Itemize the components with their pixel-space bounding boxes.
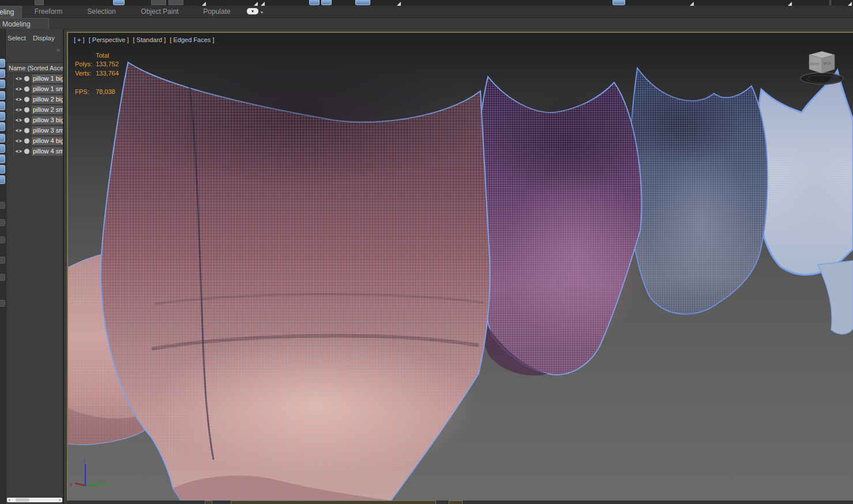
render-dot-icon[interactable] xyxy=(24,107,29,112)
object-name[interactable]: pillow 3 sm xyxy=(32,126,63,135)
eye-icon[interactable] xyxy=(15,86,22,92)
pillow-mesh-4[interactable] xyxy=(754,70,853,334)
side-toolbar-button[interactable] xyxy=(0,257,5,264)
side-toolbar-button[interactable] xyxy=(0,59,5,67)
eye-icon[interactable] xyxy=(15,107,22,112)
side-toolbar-button[interactable] xyxy=(0,175,5,184)
object-name[interactable]: pillow 2 big xyxy=(32,95,63,104)
viewcube-face-label[interactable]: RIGHT xyxy=(810,62,820,66)
viewport-menu-pov[interactable]: [ Perspective ] xyxy=(89,36,129,43)
scene-explorer-list: Name (Sorted Ascending) pillow 1 big pil… xyxy=(6,62,63,496)
ribbon-tab-selection[interactable]: Selection xyxy=(81,6,122,18)
ribbon-tab-populate[interactable]: Populate xyxy=(199,6,235,18)
side-toolbar-button[interactable] xyxy=(0,274,5,281)
toolbar-button-fragment[interactable] xyxy=(355,0,370,5)
perspective-viewport[interactable]: RIGHT BACK x y z [ + ] [ Perspective ] [… xyxy=(67,32,853,501)
eye-icon[interactable] xyxy=(15,149,22,154)
viewport-canvas[interactable]: RIGHT BACK x y z xyxy=(68,33,853,501)
side-toolbar-button[interactable] xyxy=(0,134,5,142)
side-toolbar-button[interactable] xyxy=(0,236,5,243)
side-toolbar-button[interactable] xyxy=(0,219,5,226)
list-item[interactable]: pillow 4 big xyxy=(7,136,63,146)
side-toolbar-button[interactable] xyxy=(0,155,5,163)
viewcube-face-label[interactable]: BACK xyxy=(824,62,832,65)
side-toolbar-button[interactable] xyxy=(0,202,5,209)
object-name[interactable]: pillow 2 sm xyxy=(32,106,63,114)
scroll-left-icon[interactable]: ◂ xyxy=(8,497,10,502)
tree-line xyxy=(7,104,14,115)
flyout-corner-icon xyxy=(788,2,792,6)
main-window: Modeling Freeform Selection Object Paint… xyxy=(0,0,853,504)
trackbar-fragment xyxy=(449,501,463,504)
tree-line xyxy=(7,136,14,146)
eye-icon[interactable] xyxy=(15,97,22,102)
tree-line xyxy=(7,84,14,94)
viewport-menu-general[interactable]: [ + ] xyxy=(74,36,85,43)
side-toolbar-button[interactable] xyxy=(0,300,5,307)
eye-icon[interactable] xyxy=(15,118,22,123)
render-dot-icon[interactable] xyxy=(24,128,29,133)
render-dot-icon[interactable] xyxy=(24,149,29,154)
axis-y-label: y xyxy=(109,482,112,487)
chevron-more-icon[interactable]: » xyxy=(57,46,60,53)
ribbon-tab-freeform[interactable]: Freeform xyxy=(28,6,69,18)
list-item[interactable]: pillow 3 sm xyxy=(7,125,63,136)
list-item[interactable]: pillow 3 big xyxy=(7,115,63,125)
object-name[interactable]: pillow 4 big xyxy=(32,137,63,145)
list-item[interactable]: pillow 2 big xyxy=(7,94,63,104)
eye-icon[interactable] xyxy=(15,128,22,133)
chevron-down-icon[interactable]: ▾ xyxy=(261,10,263,15)
list-item[interactable]: pillow 2 sm xyxy=(7,104,63,115)
side-toolbar-button[interactable] xyxy=(0,165,5,174)
side-toolbar-button[interactable] xyxy=(0,101,5,110)
side-toolbar-button[interactable] xyxy=(0,91,5,100)
side-toolbar-clipped xyxy=(0,29,6,504)
trackbar-fragment xyxy=(205,501,212,504)
object-name[interactable]: pillow 3 big xyxy=(32,116,63,125)
toolbar-button-fragment[interactable] xyxy=(612,0,625,5)
render-dot-icon[interactable] xyxy=(24,76,29,81)
scrollbar-thumb[interactable] xyxy=(16,498,29,502)
flyout-corner-icon xyxy=(254,2,258,6)
pillow-mesh-2[interactable] xyxy=(476,77,652,375)
pillow-mesh-1[interactable] xyxy=(101,53,490,501)
render-dot-icon[interactable] xyxy=(24,138,29,144)
viewcube[interactable]: RIGHT BACK xyxy=(801,51,843,85)
viewport-background: RIGHT BACK x y z [ + ] [ Perspective ] [… xyxy=(68,33,853,501)
side-toolbar-button[interactable] xyxy=(0,80,5,88)
viewport-menu-display[interactable]: [ Edged Faces ] xyxy=(170,36,214,43)
side-toolbar-button[interactable] xyxy=(0,112,5,121)
list-item[interactable]: pillow 4 sm xyxy=(7,146,63,156)
object-name[interactable]: pillow 4 sm xyxy=(32,147,63,156)
list-item[interactable]: pillow 1 big xyxy=(7,73,63,84)
stats-verts-value: 133,764 xyxy=(96,70,119,77)
stats-verts-label: Verts: xyxy=(75,70,91,77)
list-item[interactable]: pillow 1 sm xyxy=(7,84,63,94)
ribbon-options-icon[interactable]: ▾ xyxy=(247,8,258,14)
render-dot-icon[interactable] xyxy=(24,118,29,123)
side-toolbar-button[interactable] xyxy=(0,144,5,153)
toolbar-button-fragment[interactable] xyxy=(309,0,320,5)
eye-icon[interactable] xyxy=(15,76,22,81)
render-dot-icon[interactable] xyxy=(24,86,29,92)
toolbar-button-fragment[interactable] xyxy=(321,0,332,5)
scroll-right-icon[interactable]: ▸ xyxy=(59,497,61,502)
toolbar-button-fragment[interactable] xyxy=(113,0,125,5)
side-toolbar-button[interactable] xyxy=(0,122,5,131)
tab-display[interactable]: Display xyxy=(33,35,55,42)
side-toolbar-button[interactable] xyxy=(0,69,5,78)
horizontal-scrollbar[interactable]: ◂ ▸ xyxy=(7,498,62,502)
flyout-corner-icon xyxy=(397,2,401,6)
tree-line xyxy=(7,125,14,136)
object-name[interactable]: pillow 1 big xyxy=(32,74,63,83)
ribbon-tab-object-paint[interactable]: Object Paint xyxy=(134,6,185,18)
ribbon-tab-modeling[interactable]: Modeling xyxy=(0,6,22,18)
viewport-menu-shading[interactable]: [ Standard ] xyxy=(133,36,166,43)
tab-select[interactable]: Select xyxy=(7,35,26,42)
flyout-corner-icon xyxy=(261,2,265,6)
render-dot-icon[interactable] xyxy=(24,97,29,102)
column-header-name[interactable]: Name (Sorted Ascending) xyxy=(7,63,63,73)
eye-icon[interactable] xyxy=(15,138,22,144)
panel-tab-polygon-modeling[interactable]: Polygon Modeling xyxy=(0,18,49,29)
object-name[interactable]: pillow 1 sm xyxy=(32,85,63,93)
